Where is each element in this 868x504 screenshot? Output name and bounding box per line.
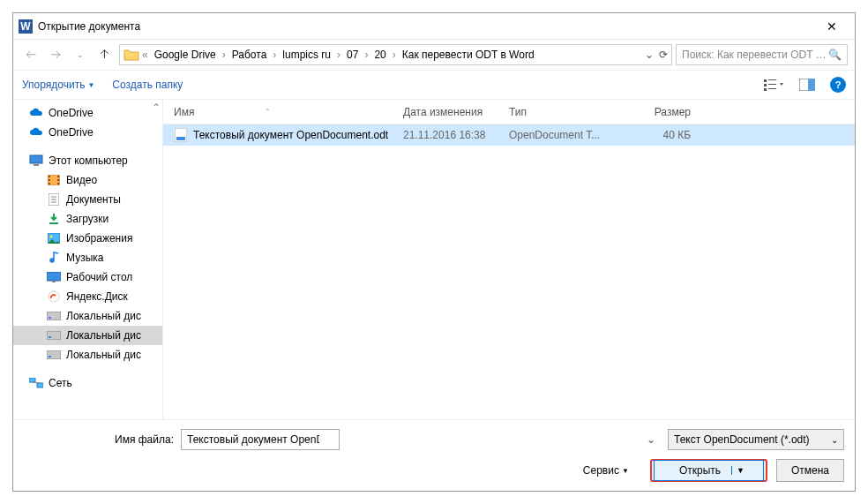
svg-text:W: W [20, 20, 31, 33]
svg-rect-32 [47, 331, 61, 340]
open-button[interactable]: Открыть ▼ [654, 460, 764, 481]
file-name: Текстовый документ OpenDocument.odt [193, 129, 388, 141]
tree-item-pictures[interactable]: Изображения [13, 229, 162, 248]
breadcrumb-item[interactable]: 07 [343, 47, 362, 63]
svg-rect-27 [47, 272, 61, 281]
drive-icon [47, 328, 61, 342]
column-headers[interactable]: Имя⌃ Дата изменения Тип Размер [163, 100, 855, 124]
svg-rect-5 [768, 84, 776, 85]
breadcrumb-item[interactable]: Работа [228, 47, 271, 63]
preview-pane-button[interactable] [797, 74, 818, 95]
refresh-icon[interactable]: ⟳ [659, 49, 668, 61]
drive-icon [47, 348, 61, 362]
close-button[interactable]: ✕ [814, 13, 849, 39]
svg-rect-28 [52, 281, 56, 282]
column-size[interactable]: Размер [620, 106, 691, 118]
tree-item-local-disk[interactable]: Локальный дис [13, 345, 162, 365]
chevron-icon: « [141, 49, 149, 61]
breadcrumb-item[interactable]: Как перевести ODT в Word [399, 47, 538, 63]
file-date: 21.11.2016 16:38 [403, 129, 509, 141]
svg-point-26 [50, 259, 54, 262]
tools-dropdown[interactable]: Сервис▼ [583, 464, 629, 477]
content-area: ⌃ OneDrive OneDrive Этот компьютер Видео… [13, 100, 855, 419]
pictures-icon [47, 231, 61, 245]
svg-rect-14 [49, 179, 50, 181]
svg-rect-16 [57, 176, 59, 177]
cancel-button[interactable]: Отмена [776, 459, 844, 482]
video-icon [47, 173, 61, 187]
dialog-footer: Имя файла: ⌄ Текст OpenDocument (*.odt) … [13, 419, 855, 491]
svg-rect-30 [47, 312, 61, 320]
breadcrumb-item[interactable]: Google Drive [151, 47, 220, 63]
address-bar[interactable]: « Google Drive › Работа › lumpics ru › 0… [119, 44, 672, 65]
column-name[interactable]: Имя [174, 106, 194, 118]
file-size: 40 КБ [620, 129, 691, 141]
recent-dropdown[interactable]: ⌄ [70, 44, 91, 65]
dropdown-icon: ⌄ [647, 433, 655, 446]
navigation-tree[interactable]: ⌃ OneDrive OneDrive Этот компьютер Видео… [13, 100, 163, 419]
music-icon [47, 251, 61, 265]
help-button[interactable]: ? [830, 77, 846, 93]
filename-input[interactable] [181, 429, 340, 450]
svg-rect-33 [49, 336, 51, 338]
breadcrumb-item[interactable]: 20 [370, 47, 389, 63]
open-split-dropdown[interactable]: ▼ [731, 466, 749, 475]
svg-rect-18 [57, 183, 59, 184]
tree-item-videos[interactable]: Видео [13, 170, 162, 190]
file-list: Имя⌃ Дата изменения Тип Размер Текстовый… [163, 100, 855, 419]
window-title: Открытие документа [38, 20, 814, 33]
forward-button[interactable]: 🡢 [45, 44, 66, 65]
column-type[interactable]: Тип [509, 106, 620, 118]
tree-item-local-disk[interactable]: Локальный дис [13, 326, 162, 345]
tree-item-downloads[interactable]: Загрузки [13, 209, 162, 229]
svg-rect-40 [176, 137, 185, 140]
tree-item-yandex-disk[interactable]: Яндекс.Диск [13, 287, 162, 306]
chevron-right-icon: › [336, 49, 341, 61]
up-button[interactable]: 🡡 [94, 44, 116, 65]
address-dropdown-icon[interactable]: ⌄ [645, 49, 654, 61]
tree-item-documents[interactable]: Документы [13, 190, 162, 209]
svg-rect-4 [764, 84, 767, 87]
svg-point-25 [50, 236, 53, 238]
tree-item-onedrive[interactable]: OneDrive [13, 123, 162, 142]
svg-rect-7 [768, 88, 776, 89]
chevron-right-icon: › [363, 49, 369, 61]
svg-rect-34 [47, 350, 61, 359]
tree-item-this-pc[interactable]: Этот компьютер [13, 151, 162, 170]
cloud-icon [29, 125, 43, 139]
column-date[interactable]: Дата изменения [403, 106, 509, 118]
svg-rect-2 [764, 79, 767, 82]
network-icon [29, 376, 43, 390]
computer-icon [29, 154, 43, 168]
filename-label: Имя файла: [24, 433, 174, 446]
folder-icon [123, 48, 139, 62]
svg-rect-37 [37, 383, 43, 387]
tree-item-local-disk[interactable]: Локальный дис [13, 306, 162, 326]
filetype-dropdown[interactable]: Текст OpenDocument (*.odt) ⌄ [668, 429, 844, 450]
svg-rect-17 [57, 179, 59, 181]
tree-item-music[interactable]: Музыка [13, 248, 162, 267]
svg-rect-31 [49, 317, 51, 319]
file-type: OpenDocument T... [509, 129, 620, 141]
sort-indicator-icon: ⌃ [265, 108, 271, 116]
file-row[interactable]: Текстовый документ OpenDocument.odt 21.1… [163, 124, 855, 146]
odt-file-icon [174, 128, 188, 142]
svg-rect-35 [49, 356, 51, 357]
search-input[interactable]: Поиск: Как перевести ODT в ... 🔍 [676, 44, 848, 65]
word-app-icon: W [19, 19, 33, 34]
back-button[interactable]: 🡠 [20, 44, 41, 65]
svg-rect-13 [49, 176, 50, 177]
tree-item-desktop[interactable]: Рабочий стол [13, 267, 162, 287]
svg-point-29 [49, 291, 59, 302]
organize-button[interactable]: Упорядочить▼ [22, 79, 94, 91]
toolbar: Упорядочить▼ Создать папку ? [13, 70, 855, 100]
breadcrumb-item[interactable]: lumpics ru [279, 47, 334, 63]
drive-icon [47, 309, 61, 323]
search-placeholder: Поиск: Как перевести ODT в ... [682, 49, 828, 61]
new-folder-button[interactable]: Создать папку [112, 79, 183, 91]
view-options-button[interactable] [763, 74, 784, 95]
scroll-up-icon[interactable]: ⌃ [152, 102, 161, 114]
tree-item-network[interactable]: Сеть [13, 373, 162, 393]
search-icon: 🔍 [828, 49, 842, 61]
tree-item-onedrive[interactable]: OneDrive [13, 103, 162, 123]
